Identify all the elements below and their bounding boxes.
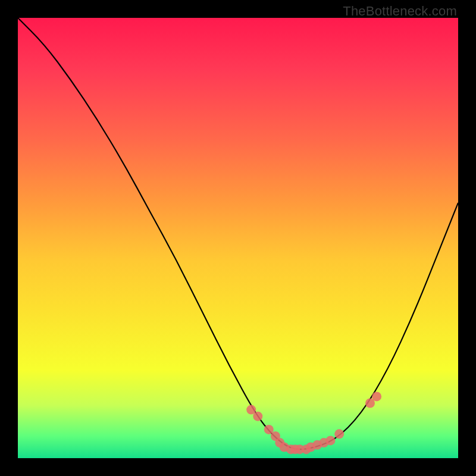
data-points-group [246, 392, 381, 454]
chart-svg [18, 18, 458, 458]
data-point [325, 436, 335, 445]
chart-frame [18, 18, 458, 458]
attribution-text: TheBottleneck.com [343, 4, 457, 19]
data-point [253, 412, 262, 421]
data-point [372, 392, 381, 401]
data-point [334, 429, 344, 439]
bottleneck-curve [18, 18, 458, 449]
